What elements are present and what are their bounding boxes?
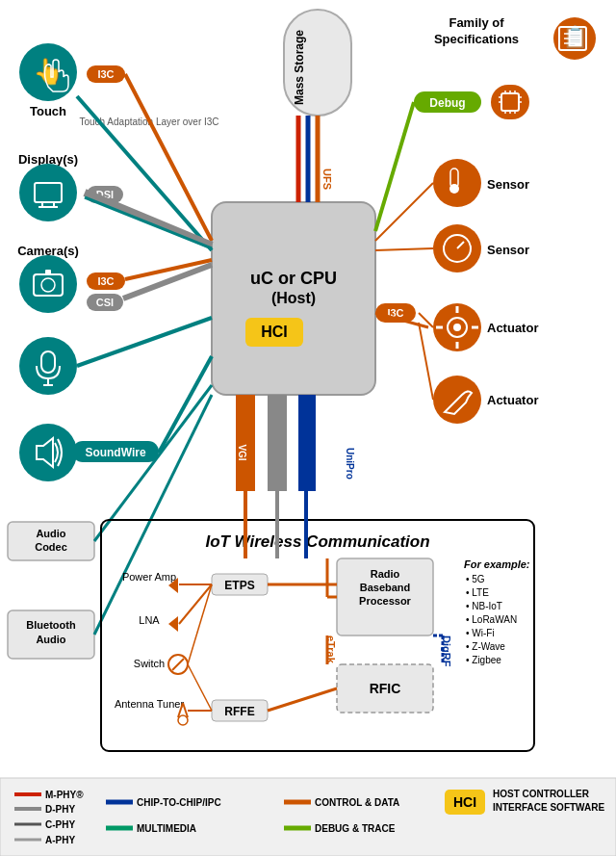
svg-point-92 [449, 184, 459, 194]
svg-text:• Wi-Fi: • Wi-Fi [466, 628, 495, 638]
svg-point-32 [19, 164, 77, 221]
svg-text:Sensor: Sensor [487, 243, 529, 257]
svg-text:Radio: Radio [371, 568, 400, 580]
svg-text:I3C: I3C [97, 275, 114, 287]
svg-text:Codec: Codec [35, 541, 67, 553]
diagram-container: Mass Storage Family of Specifications 📋 … [0, 0, 616, 856]
svg-text:LNA: LNA [139, 614, 160, 626]
svg-text:UFS: UFS [321, 169, 333, 190]
svg-rect-43 [45, 270, 51, 274]
svg-text:CHIP-TO-CHIP/IPC: CHIP-TO-CHIP/IPC [137, 797, 221, 808]
svg-text:INTERFACE SOFTWARE: INTERFACE SOFTWARE [493, 802, 604, 813]
svg-text:Actuator: Actuator [487, 393, 538, 407]
svg-text:Family of: Family of [449, 15, 504, 30]
svg-text:UniPro: UniPro [345, 448, 355, 480]
svg-text:HCI: HCI [261, 324, 288, 340]
svg-text:Baseband: Baseband [360, 582, 411, 593]
svg-text:• LoRaWAN: • LoRaWAN [466, 614, 517, 625]
svg-text:Specifications: Specifications [434, 32, 519, 46]
svg-text:📋: 📋 [562, 24, 589, 50]
svg-text:Touch: Touch [30, 104, 66, 118]
svg-text:• 5G: • 5G [466, 574, 485, 584]
svg-text:ETPS: ETPS [224, 579, 254, 592]
svg-text:Switch: Switch [134, 658, 165, 669]
svg-text:D-PHY: D-PHY [45, 804, 75, 815]
svg-text:VGI: VGI [237, 444, 247, 460]
svg-point-52 [19, 424, 77, 481]
svg-text:RFFE: RFFE [224, 705, 254, 718]
svg-text:SoundWire: SoundWire [85, 446, 146, 459]
svg-text:Debug: Debug [429, 96, 465, 110]
svg-text:Bluetooth: Bluetooth [26, 619, 76, 631]
svg-text:• Zigbee: • Zigbee [466, 655, 501, 665]
svg-point-40 [19, 255, 77, 313]
svg-text:I3C: I3C [97, 68, 114, 80]
svg-text:Actuator: Actuator [487, 321, 538, 335]
svg-text:• LTE: • LTE [466, 587, 489, 598]
svg-text:DEBUG & TRACE: DEBUG & TRACE [315, 823, 396, 834]
svg-rect-82 [268, 395, 287, 491]
mass-storage-box: Mass Storage [284, 10, 351, 116]
svg-rect-84 [298, 395, 316, 491]
svg-text:Audio: Audio [36, 634, 65, 645]
svg-text:CONTROL & DATA: CONTROL & DATA [315, 797, 399, 808]
svg-text:(Host): (Host) [271, 290, 316, 306]
svg-rect-80 [236, 395, 255, 491]
svg-text:Antenna Tuner: Antenna Tuner [115, 698, 185, 710]
svg-text:CSI: CSI [96, 297, 114, 308]
svg-text:I3C: I3C [205, 445, 216, 460]
svg-text:Processor: Processor [359, 595, 412, 607]
svg-text:IoT Wireless Communication: IoT Wireless Communication [205, 532, 429, 551]
svg-point-100 [453, 324, 461, 331]
svg-text:Audio: Audio [36, 528, 65, 539]
svg-text:HOST CONTROLLER: HOST CONTROLLER [493, 789, 590, 799]
svg-text:MULTIMEDIA: MULTIMEDIA [137, 823, 196, 834]
svg-text:RFIC: RFIC [370, 681, 401, 696]
svg-text:• NB-IoT: • NB-IoT [466, 601, 502, 611]
svg-text:Sensor: Sensor [487, 177, 529, 192]
svg-text:uC or CPU: uC or CPU [250, 269, 337, 288]
svg-text:HCI: HCI [453, 794, 476, 810]
svg-rect-13 [491, 85, 529, 119]
svg-text:Power Amp: Power Amp [122, 571, 176, 583]
svg-text:M-PHY®: M-PHY® [45, 790, 84, 800]
svg-point-90 [433, 159, 481, 207]
svg-text:For example:: For example: [464, 558, 530, 570]
svg-text:C-PHY: C-PHY [45, 819, 75, 830]
svg-text:Mass Storage: Mass Storage [293, 30, 306, 105]
svg-text:• Z-Wave: • Z-Wave [466, 641, 505, 652]
svg-text:A-PHY: A-PHY [45, 835, 75, 845]
